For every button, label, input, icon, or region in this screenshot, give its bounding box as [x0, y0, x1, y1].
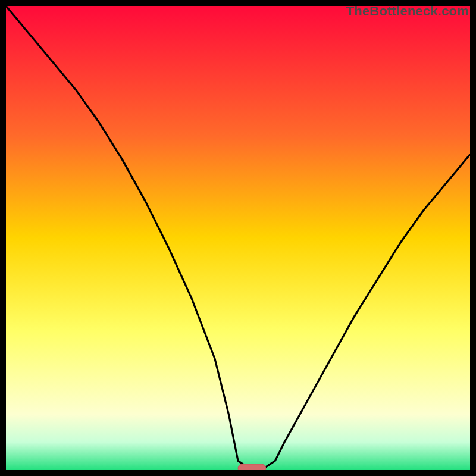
- bottleneck-chart: [6, 6, 470, 470]
- gradient-background: [6, 6, 470, 470]
- optimal-point-marker: [238, 464, 266, 470]
- chart-container: TheBottleneck.com: [0, 0, 476, 476]
- watermark-label: TheBottleneck.com: [346, 4, 469, 19]
